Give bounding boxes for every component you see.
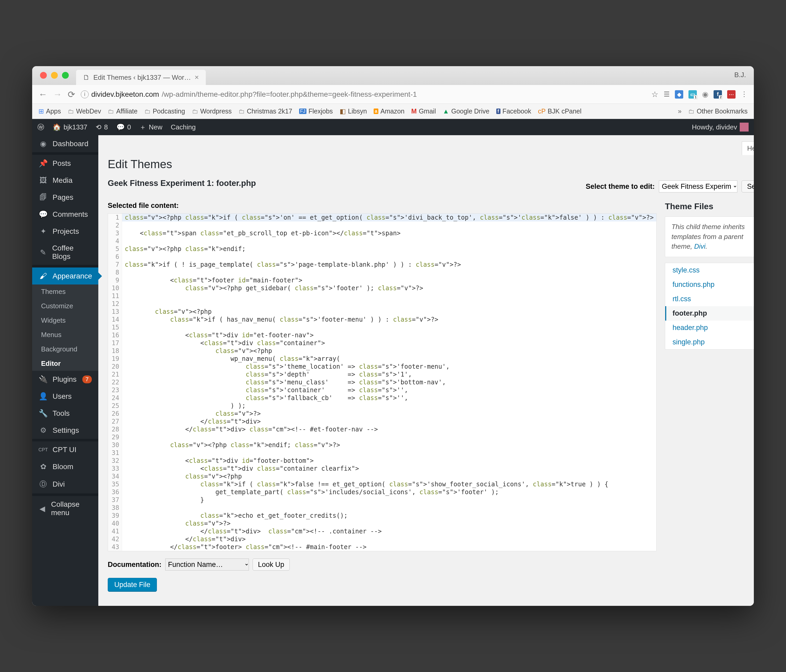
sidebar-item-coffee-blogs[interactable]: ✎Coffee Blogs — [32, 240, 98, 265]
bookmark-folder[interactable]: 🗀Wordpress — [192, 107, 232, 115]
submenu-editor[interactable]: Editor — [32, 356, 98, 371]
bookmark-item[interactable]: aAmazon — [374, 107, 404, 115]
bookmark-item[interactable]: FJFlexjobs — [299, 107, 333, 115]
selected-file-label: Selected file content: — [108, 201, 657, 210]
sidebar-item-plugins[interactable]: 🔌Plugins7 — [32, 371, 98, 388]
buffer-icon[interactable]: ☰ — [663, 90, 670, 98]
bookmark-folder[interactable]: 🗀Affiliate — [108, 107, 138, 115]
wp-admin-bar: ⓦ 🏠bjk1337 ⟲8 💬0 ＋New Caching Howdy, div… — [32, 119, 754, 135]
page-icon: 🗋 — [83, 74, 90, 82]
sidebar-item-dashboard[interactable]: ◉Dashboard — [32, 135, 98, 152]
browser-window: 🗋 Edit Themes ‹ bjk1337 — Wor… × B.J. ← … — [32, 66, 754, 606]
inherit-notice: This child theme inherits templates from… — [665, 217, 754, 257]
chrome-menu-icon[interactable]: ⋮ — [741, 90, 748, 98]
sidebar-item-bloom[interactable]: ✿Bloom — [32, 458, 98, 475]
lookup-button[interactable]: Look Up — [253, 559, 290, 571]
url-host: dividev.bjkeeton.com — [91, 90, 159, 99]
tab-strip: 🗋 Edit Themes ‹ bjk1337 — Wor… × B.J. — [32, 66, 754, 85]
window-close[interactable] — [40, 72, 47, 79]
reload-icon[interactable]: ⟳ — [68, 89, 75, 100]
updates-link[interactable]: ⟲8 — [96, 123, 108, 131]
profile-badge[interactable]: B.J. — [734, 71, 746, 79]
bookmark-item[interactable]: cPBJK cPanel — [538, 107, 581, 115]
select-theme-label: Select theme to edit: — [586, 183, 655, 190]
address-bar-row: ← → ⟳ i dividev.bjkeeton.com/wp-admin/th… — [32, 85, 754, 104]
comments-link[interactable]: 💬0 — [116, 123, 131, 131]
back-icon[interactable]: ← — [38, 89, 47, 99]
content-panel: Help ▾ Edit Themes Geek Fitness Experime… — [98, 135, 754, 606]
bookmarks-overflow-icon[interactable]: » — [678, 107, 682, 115]
toolbar-icons: ☆ ☰ ◆ ▭1 ◉ f2 ⋯ ⋮ — [651, 90, 748, 99]
sidebar-item-pages[interactable]: 🗐Pages — [32, 189, 98, 206]
new-link[interactable]: ＋New — [139, 123, 162, 132]
submenu-themes[interactable]: Themes — [32, 285, 98, 299]
doc-select[interactable]: Function Name… — [165, 559, 249, 571]
file-item[interactable]: rtl.css — [665, 292, 754, 306]
sidebar-item-settings[interactable]: ⚙Settings — [32, 422, 98, 439]
url-bar[interactable]: i dividev.bjkeeton.com/wp-admin/theme-ed… — [81, 90, 646, 99]
theme-files-heading: Theme Files — [665, 201, 754, 211]
sidebar-item-users[interactable]: 👤Users — [32, 388, 98, 405]
bookmark-item[interactable]: ◧Libsyn — [340, 107, 367, 115]
submenu-menus[interactable]: Menus — [32, 327, 98, 342]
sidebar-item-comments[interactable]: 💬Comments — [32, 206, 98, 223]
appearance-submenu: Themes Customize Widgets Menus Backgroun… — [32, 285, 98, 371]
onetab-icon[interactable]: ▭1 — [689, 90, 697, 99]
sidebar-item-media[interactable]: 🖼Media — [32, 172, 98, 189]
howdy-link[interactable]: Howdy, dividev — [692, 123, 748, 132]
caching-link[interactable]: Caching — [171, 123, 196, 131]
bookmark-item[interactable]: fFacebook — [496, 107, 531, 115]
sidebar-item-divi[interactable]: ⒹDivi — [32, 475, 98, 493]
bookmark-folder[interactable]: 🗀WebDev — [68, 107, 101, 115]
bookmarks-bar: ⊞Apps 🗀WebDev 🗀Affiliate 🗀Podcasting 🗀Wo… — [32, 104, 754, 119]
update-file-button[interactable]: Update File — [108, 578, 157, 592]
submenu-customize[interactable]: Customize — [32, 299, 98, 313]
sidebar-item-tools[interactable]: 🔧Tools — [32, 405, 98, 422]
bookmark-star-icon[interactable]: ☆ — [651, 90, 659, 99]
page-title: Edit Themes — [108, 158, 754, 171]
sidebar-collapse[interactable]: ◀Collapse menu — [32, 496, 98, 521]
window-minimize[interactable] — [51, 72, 58, 79]
parent-theme-link[interactable]: Divi — [694, 242, 706, 250]
bookmark-folder[interactable]: 🗀Podcasting — [144, 107, 185, 115]
site-info-icon[interactable]: i — [81, 90, 89, 98]
site-link[interactable]: 🏠bjk1337 — [53, 123, 87, 131]
tab-title: Edit Themes ‹ bjk1337 — Wor… — [93, 74, 191, 82]
subtitle: Geek Fitness Experiment 1: footer.php — [108, 179, 256, 188]
sidebar-item-appearance[interactable]: 🖌Appearance — [32, 268, 98, 285]
tab-close-icon[interactable]: × — [195, 73, 199, 82]
sidebar-item-cpt-ui[interactable]: CPTCPT UI — [32, 441, 98, 458]
sidebar-item-projects[interactable]: ✦Projects — [32, 223, 98, 240]
sidebar-item-posts[interactable]: 📌Posts — [32, 155, 98, 172]
file-item[interactable]: single.php — [665, 335, 754, 349]
avatar — [740, 123, 748, 132]
doc-label: Documentation: — [108, 560, 162, 569]
theme-file-list: style.cssfunctions.phprtl.cssfooter.phph… — [665, 263, 754, 349]
forward-icon: → — [53, 89, 62, 99]
select-button[interactable]: Select — [742, 180, 754, 192]
file-item[interactable]: footer.php — [665, 306, 754, 321]
file-item[interactable]: functions.php — [665, 277, 754, 292]
code-editor[interactable]: 1class="v"><?php class="k">if ( class="s… — [108, 213, 657, 551]
url-path: /wp-admin/theme-editor.php?file=footer.p… — [162, 90, 417, 99]
other-bookmarks[interactable]: 🗀Other Bookmarks — [688, 107, 748, 115]
apps-shortcut[interactable]: ⊞Apps — [38, 107, 61, 115]
file-item[interactable]: style.css — [665, 263, 754, 277]
submenu-widgets[interactable]: Widgets — [32, 313, 98, 327]
whatfont-icon[interactable]: f2 — [714, 90, 722, 99]
bookmark-item[interactable]: ▲Google Drive — [443, 107, 489, 115]
wp-main: ◉Dashboard 📌Posts 🖼Media 🗐Pages 💬Comment… — [32, 135, 754, 606]
help-tab[interactable]: Help ▾ — [742, 142, 754, 155]
bookmark-folder[interactable]: 🗀Christmas 2k17 — [239, 107, 292, 115]
theme-select[interactable]: Geek Fitness Experim — [659, 180, 737, 192]
browser-tab[interactable]: 🗋 Edit Themes ‹ bjk1337 — Wor… × — [76, 70, 206, 85]
submenu-background[interactable]: Background — [32, 342, 98, 356]
evernote-icon[interactable]: ◆ — [675, 90, 683, 99]
lastpass-icon[interactable]: ⋯ — [727, 90, 736, 99]
plugins-update-badge: 7 — [82, 376, 92, 383]
file-item[interactable]: header.php — [665, 321, 754, 335]
bookmark-item[interactable]: MGmail — [411, 107, 436, 115]
window-maximize[interactable] — [62, 72, 69, 79]
screenshot-icon[interactable]: ◉ — [702, 90, 708, 99]
wp-logo-icon[interactable]: ⓦ — [38, 123, 44, 132]
